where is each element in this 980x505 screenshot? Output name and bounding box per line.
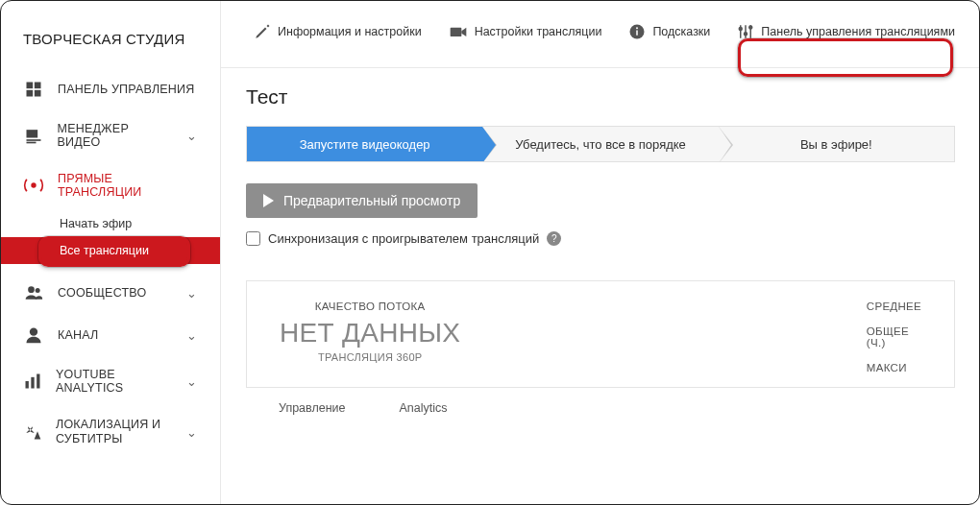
svg-point-9 [36, 288, 40, 293]
sidebar-item-live[interactable]: ПРЯМЫЕ ТРАНСЛЯЦИИ [0, 160, 220, 210]
svg-point-8 [28, 286, 35, 293]
info-icon [628, 23, 646, 40]
sidebar-item-label: ПАНЕЛЬ УПРАВЛЕНИЯ [58, 83, 195, 96]
camera-icon [449, 24, 468, 39]
live-icon [23, 177, 44, 194]
sidebar-sub-all-live[interactable]: Все трансляции [0, 237, 220, 264]
pencil-icon [254, 23, 271, 40]
sidebar: ТВОРЧЕСКАЯ СТУДИЯ ПАНЕЛЬ УПРАВЛЕНИЯ МЕНЕ… [0, 0, 221, 505]
svg-rect-3 [35, 90, 41, 97]
quality-block: КАЧЕСТВО ПОТОКА НЕТ ДАННЫХ ТРАНСЛЯЦИЯ 36… [280, 301, 460, 373]
quality-value: НЕТ ДАННЫХ [280, 318, 460, 349]
bottom-tabs: Управление Analytics [246, 388, 955, 415]
sidebar-sub-start-live[interactable]: Начать эфир [0, 210, 220, 237]
quality-sub: ТРАНСЛЯЦИЯ 360P [280, 351, 460, 363]
sidebar-item-channel[interactable]: КАНАЛ ⌄ [0, 314, 220, 356]
sidebar-item-label: КАНАЛ [58, 328, 98, 342]
tab-info-settings[interactable]: Информация и настройки [244, 15, 431, 48]
tab-analytics[interactable]: Analytics [400, 401, 448, 415]
svg-rect-1 [35, 83, 41, 89]
quality-label: КАЧЕСТВО ПОТОКА [280, 301, 460, 312]
sliders-icon [737, 23, 754, 40]
main-content: Информация и настройки Настройки трансля… [221, 0, 980, 505]
sync-checkbox-row: Синхронизация с проигрывателем трансляци… [246, 231, 955, 246]
tab-hints[interactable]: Подсказки [619, 15, 720, 48]
svg-point-17 [636, 27, 638, 29]
sidebar-item-video-manager[interactable]: МЕНЕДЖЕР ВИДЕО ⌄ [0, 110, 220, 160]
svg-rect-2 [27, 90, 34, 97]
sidebar-item-translations[interactable]: ЛОКАЛИЗАЦИЯ И СУБТИТРЫ ⌄ [0, 406, 220, 458]
sidebar-item-label: ПРЯМЫЕ ТРАНСЛЯЦИИ [58, 172, 197, 199]
sidebar-item-community[interactable]: СООБЩЕСТВО ⌄ [0, 272, 220, 314]
channel-icon [23, 325, 44, 345]
help-icon[interactable]: ? [547, 231, 561, 246]
step-1[interactable]: Запустите видеокодер [247, 127, 482, 161]
svg-rect-14 [450, 28, 461, 36]
dashboard-icon [23, 80, 44, 99]
top-toolbar: Информация и настройки Настройки трансля… [221, 0, 980, 68]
sidebar-item-label: СООБЩЕСТВО [58, 286, 146, 300]
svg-rect-5 [26, 139, 40, 141]
stat-total: ОБЩЕЕ(Ч.) [867, 325, 921, 349]
sidebar-item-label: МЕНЕДЖЕР ВИДЕО [58, 122, 173, 149]
stream-info-card: КАЧЕСТВО ПОТОКА НЕТ ДАННЫХ ТРАНСЛЯЦИЯ 36… [246, 280, 955, 388]
svg-rect-0 [27, 83, 34, 89]
community-icon [23, 283, 44, 302]
chevron-down-icon: ⌄ [186, 425, 197, 440]
sync-label: Синхронизация с проигрывателем трансляци… [268, 231, 539, 246]
step-3[interactable]: Вы в эфире! [719, 127, 954, 161]
preview-button[interactable]: Предварительный просмотр [246, 183, 478, 218]
video-manager-icon [23, 126, 44, 145]
page-title: Тест [246, 85, 955, 108]
svg-point-10 [30, 328, 37, 336]
translate-icon [23, 422, 42, 442]
svg-point-22 [745, 33, 747, 36]
play-icon [263, 194, 274, 207]
svg-rect-13 [37, 374, 39, 389]
svg-rect-12 [31, 377, 34, 389]
sync-checkbox[interactable] [246, 231, 260, 246]
chevron-down-icon: ⌄ [186, 286, 197, 301]
tab-stream-settings[interactable]: Настройки трансляции [439, 16, 612, 47]
analytics-icon [23, 372, 42, 391]
stat-max: МАКСИ [867, 362, 921, 373]
svg-point-21 [740, 28, 743, 31]
sidebar-item-label: YOUTUBE ANALYTICS [56, 368, 173, 395]
chevron-down-icon: ⌄ [186, 129, 197, 143]
svg-rect-11 [26, 381, 29, 389]
svg-point-7 [31, 182, 36, 187]
step-2[interactable]: Убедитесь, что все в порядке [482, 127, 718, 161]
stats-column: СРЕДНЕЕ ОБЩЕЕ(Ч.) МАКСИ [867, 301, 921, 373]
sidebar-item-analytics[interactable]: YOUTUBE ANALYTICS ⌄ [0, 356, 220, 406]
svg-point-23 [749, 26, 752, 29]
svg-rect-4 [26, 130, 37, 137]
sidebar-title: ТВОРЧЕСКАЯ СТУДИЯ [0, 17, 220, 68]
stat-avg: СРЕДНЕЕ [867, 301, 921, 312]
svg-rect-16 [637, 31, 639, 36]
tab-manage[interactable]: Управление [279, 401, 346, 415]
svg-rect-6 [26, 142, 36, 144]
sidebar-item-label: ЛОКАЛИЗАЦИЯ И СУБТИТРЫ [56, 418, 173, 446]
sidebar-item-dashboard[interactable]: ПАНЕЛЬ УПРАВЛЕНИЯ [0, 68, 220, 110]
chevron-down-icon: ⌄ [186, 374, 197, 389]
chevron-down-icon: ⌄ [186, 328, 197, 343]
tab-control-panel[interactable]: Панель управления трансляциями [727, 15, 965, 48]
progress-steps: Запустите видеокодер Убедитесь, что все … [246, 126, 955, 162]
